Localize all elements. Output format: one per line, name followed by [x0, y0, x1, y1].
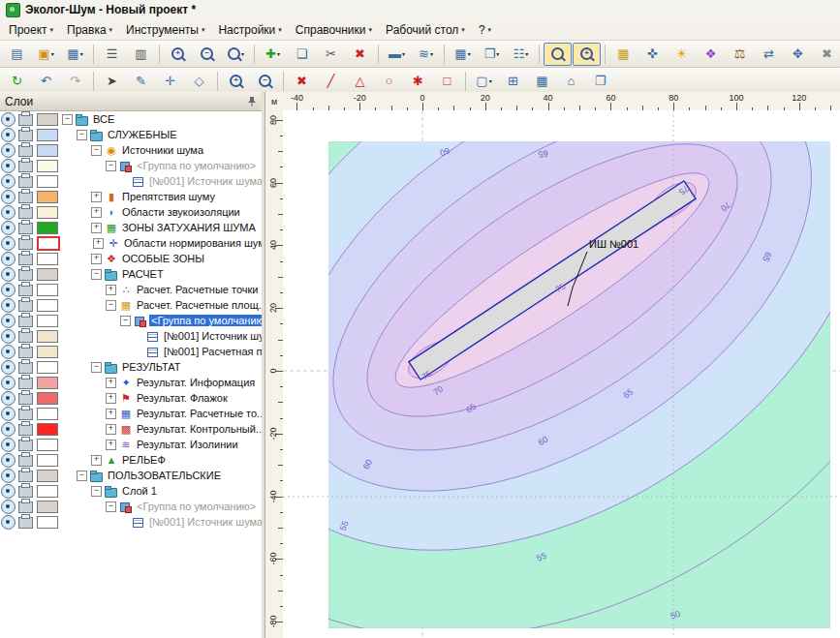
printer-icon[interactable] — [18, 409, 33, 420]
measure-area-button[interactable]: ≋▾ — [412, 43, 440, 66]
printer-icon[interactable] — [18, 269, 33, 281]
erase-shape-button[interactable]: ✖ — [288, 70, 316, 93]
pointer-button[interactable]: ➤ — [98, 70, 126, 93]
expand-toggle[interactable]: − — [77, 130, 87, 140]
color-swatch[interactable] — [37, 253, 58, 265]
measure-length-button[interactable]: ▬▾ — [383, 43, 411, 66]
layer-row[interactable]: [№001] Источник шума... — [0, 173, 262, 189]
eye-icon[interactable] — [1, 391, 16, 406]
save-project-button[interactable]: ▦▾ — [61, 43, 89, 66]
map-canvas[interactable]: ИШ №001 606575706575757065606560555550 — [283, 110, 840, 638]
print-preview-button[interactable]: ▥ — [127, 43, 155, 66]
layer-row[interactable]: +▦Результат. Расчетные то... — [0, 406, 262, 421]
data-table-button[interactable]: ▦ — [609, 43, 638, 66]
draw-polygon-button[interactable]: △ — [346, 70, 374, 93]
color-swatch[interactable] — [37, 268, 58, 281]
selection-rect-button[interactable]: ▢▾ — [470, 70, 498, 93]
layer-row[interactable]: +≋Результат. Изолинии — [0, 437, 262, 452]
color-swatch[interactable] — [37, 113, 58, 126]
layer-row[interactable]: +✦Результат. Информация — [0, 375, 262, 390]
printer-icon[interactable] — [18, 145, 33, 157]
color-swatch[interactable] — [37, 516, 58, 529]
printer-icon[interactable] — [18, 114, 33, 126]
expand-toggle[interactable]: + — [106, 424, 116, 435]
expand-toggle[interactable]: + — [91, 455, 102, 466]
printer-icon[interactable] — [18, 362, 33, 374]
objects-button[interactable]: ❐ — [586, 70, 614, 93]
color-swatch[interactable] — [37, 330, 58, 343]
printer-icon[interactable] — [18, 207, 33, 219]
expand-toggle[interactable]: − — [91, 269, 102, 280]
printer-icon[interactable] — [18, 223, 33, 234]
zoom-scale-button[interactable]: ▾ — [222, 43, 250, 66]
color-swatch[interactable] — [37, 129, 58, 141]
color-swatch[interactable] — [37, 346, 58, 358]
eye-icon[interactable] — [1, 515, 16, 530]
eye-icon[interactable] — [1, 469, 16, 483]
eye-icon[interactable] — [1, 112, 16, 127]
layer-row[interactable]: [№001] Расчетная пл... — [0, 344, 262, 359]
eye-icon[interactable] — [1, 283, 16, 297]
menu-item-6[interactable]: Рабочий стол▾ — [379, 21, 472, 39]
eye-icon[interactable] — [1, 190, 16, 204]
printer-icon[interactable] — [18, 300, 33, 312]
zoom-in-button[interactable] — [164, 43, 192, 66]
draw-line-button[interactable]: ╱ — [317, 70, 345, 93]
layer-row[interactable]: −▦Расчет. Расчетные площ... — [0, 297, 262, 313]
eye-icon[interactable] — [1, 438, 16, 452]
buildings-button[interactable]: ⌂ — [557, 70, 585, 93]
layer-row[interactable]: +▩Результат. Контрольный... — [0, 421, 262, 437]
layer-row[interactable]: −◉Источники шума — [0, 142, 262, 158]
expand-toggle[interactable]: − — [106, 161, 116, 171]
layer-row[interactable]: −РАСЧЕТ — [0, 266, 262, 282]
eye-icon[interactable] — [1, 252, 16, 266]
eye-icon[interactable] — [1, 267, 16, 282]
layer-row[interactable]: +◗Области звукоизоляции — [0, 204, 262, 220]
layer-row[interactable]: −ПОЛЬЗОВАТЕЛЬСКИЕ — [0, 468, 262, 483]
eye-icon[interactable] — [1, 329, 16, 344]
printer-icon[interactable] — [18, 424, 33, 436]
printer-icon[interactable] — [18, 238, 33, 250]
layer-row[interactable]: +⚑Результат. Флажок — [0, 390, 262, 406]
layer-row[interactable]: +▦ЗОНЫ ЗАТУХАНИЯ ШУМА — [0, 220, 262, 235]
layer-row[interactable]: −Слой 1 — [0, 483, 262, 499]
eye-icon[interactable] — [1, 159, 16, 173]
expand-toggle[interactable]: + — [91, 223, 102, 233]
expand-toggle[interactable]: + — [91, 192, 102, 202]
menu-item-5[interactable]: Справочники▾ — [289, 21, 379, 39]
printer-icon[interactable] — [18, 192, 33, 203]
layer-row[interactable]: +▮Препятствия шуму — [0, 189, 262, 204]
printer-icon[interactable] — [18, 161, 33, 172]
eye-icon[interactable] — [1, 236, 16, 251]
zoom-region-button[interactable] — [573, 43, 601, 66]
expand-toggle[interactable]: − — [106, 300, 116, 311]
color-swatch[interactable] — [37, 377, 58, 389]
printer-icon[interactable] — [18, 471, 33, 482]
printer-icon[interactable] — [18, 486, 33, 498]
layer-row[interactable]: −ВСЕ — [0, 111, 262, 127]
print-button[interactable]: ☰ — [98, 43, 126, 66]
layer-row[interactable]: [№001] Источник шу... — [0, 328, 262, 344]
open-project-button[interactable]: ▣▾ — [32, 43, 60, 66]
color-swatch[interactable] — [37, 191, 58, 203]
delete-object-button[interactable]: ✖ — [346, 43, 374, 66]
edit-nodes-button[interactable]: ✎ — [127, 70, 155, 93]
move-tool-button[interactable]: ✥ — [784, 43, 812, 66]
scales-button[interactable]: ⚖ — [726, 43, 754, 66]
pan-button[interactable]: ✛ — [156, 70, 184, 93]
eye-icon[interactable] — [1, 484, 16, 499]
new-project-button[interactable]: ▤ — [3, 43, 31, 66]
expand-toggle[interactable]: − — [62, 114, 73, 125]
printer-icon[interactable] — [18, 331, 33, 343]
draw-rect-button[interactable]: □ — [433, 70, 461, 93]
layer-row[interactable]: −СЛУЖЕБНЫЕ — [0, 127, 262, 142]
draw-circle-button[interactable]: ○ — [375, 70, 403, 93]
report-view-button[interactable]: ☷▾ — [507, 43, 535, 66]
lamp-button[interactable]: ☀ — [668, 43, 696, 66]
layer-row[interactable]: [№001] Источник шума... — [0, 514, 262, 530]
printer-icon[interactable] — [18, 455, 33, 467]
snap-grid-button[interactable]: ⊞ — [499, 70, 527, 93]
color-swatch[interactable] — [37, 470, 58, 482]
color-swatch[interactable] — [37, 392, 58, 405]
table-view-button[interactable]: ▦▾ — [449, 43, 477, 66]
